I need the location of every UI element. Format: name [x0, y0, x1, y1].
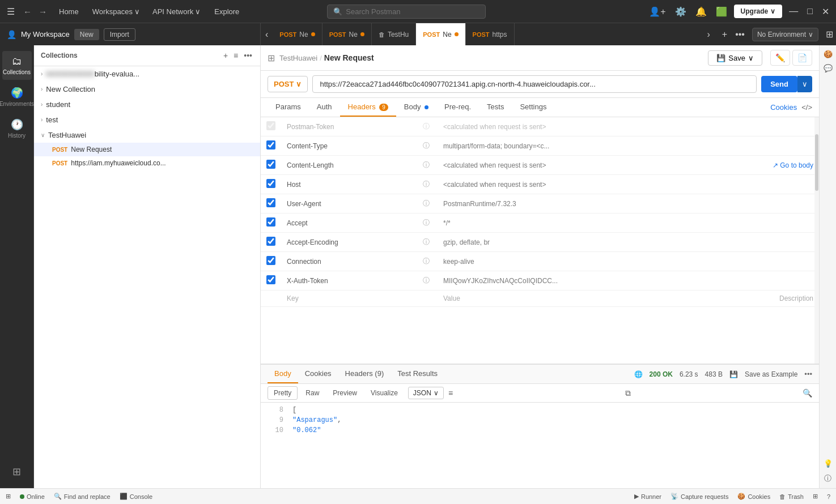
row-checkbox[interactable] — [266, 179, 275, 188]
settings-button[interactable]: ⚙️ — [673, 4, 689, 19]
tab-params[interactable]: Params — [268, 98, 309, 117]
row-checkbox[interactable] — [266, 198, 275, 207]
resp-tab-headers[interactable]: Headers (9) — [338, 365, 391, 383]
tab-post-ne-active[interactable]: POST Ne — [416, 23, 465, 45]
fmt-tab-raw[interactable]: Raw — [300, 387, 325, 399]
more-tabs-button[interactable]: ••• — [732, 28, 748, 41]
add-collaborator-button[interactable]: 👤+ — [647, 4, 668, 19]
row-checkbox[interactable] — [266, 121, 275, 130]
list-item[interactable]: ∨ TestHuawei — [34, 127, 260, 143]
info-icon[interactable]: ⓘ — [423, 142, 430, 150]
statusbar-question-item[interactable]: ? — [827, 493, 830, 500]
tab-prereq[interactable]: Pre-req. — [436, 98, 479, 117]
home-link[interactable]: Home — [53, 5, 84, 18]
menu-button[interactable]: ☰ — [5, 4, 17, 19]
tab-tests[interactable]: Tests — [479, 98, 512, 117]
row-checkbox[interactable] — [266, 217, 275, 227]
sidebar-item-new[interactable]: ⊞ — [2, 461, 32, 482]
resp-tab-body[interactable]: Body — [268, 365, 298, 383]
maximize-button[interactable]: □ — [805, 4, 815, 19]
right-cookies-button[interactable]: 🍪 — [824, 50, 833, 58]
sidebar-item-collections[interactable]: 🗂 Collections — [2, 51, 32, 80]
goto-body-link[interactable]: ↗ Go to body — [773, 161, 813, 169]
url-input[interactable] — [312, 75, 757, 93]
env-icon-button[interactable]: ⊞ — [823, 28, 836, 41]
send-dropdown-button[interactable]: ∨ — [797, 76, 812, 92]
tab-post-https[interactable]: POST https — [466, 23, 515, 45]
avatar-button[interactable]: 🟩 — [714, 4, 729, 19]
tab-auth[interactable]: Auth — [309, 98, 340, 117]
statusbar-layout-item[interactable]: ⊞ — [6, 493, 11, 500]
environment-select[interactable]: No Environment ∨ — [752, 28, 818, 41]
wrap-icon-button[interactable]: ≡ — [448, 388, 453, 398]
info-icon[interactable]: ⓘ — [423, 122, 430, 130]
method-select[interactable]: POST ∨ — [268, 76, 308, 92]
close-button[interactable]: ✕ — [820, 4, 831, 19]
save-example-link[interactable]: Save as Example — [745, 370, 797, 378]
row-checkbox[interactable] — [266, 256, 275, 265]
info-icon[interactable]: ⓘ — [423, 199, 430, 207]
request-item-new-request[interactable]: POST New Request — [34, 143, 260, 156]
statusbar-console-item[interactable]: ⬛ Console — [120, 493, 152, 500]
sidebar-item-history[interactable]: 🕐 History — [2, 114, 32, 143]
api-network-dropdown[interactable]: API Network ∨ — [148, 5, 205, 18]
format-select[interactable]: JSON ∨ — [408, 387, 444, 399]
tab-body[interactable]: Body — [396, 98, 436, 117]
workspaces-dropdown[interactable]: Workspaces ∨ — [88, 5, 145, 18]
search-response-button[interactable]: 🔍 — [803, 388, 812, 398]
upgrade-button[interactable]: Upgrade ∨ — [734, 5, 783, 18]
resp-tab-cookies[interactable]: Cookies — [298, 365, 338, 383]
row-checkbox[interactable] — [266, 140, 275, 150]
row-checkbox[interactable] — [266, 237, 275, 246]
new-button[interactable]: New — [74, 29, 99, 40]
info-icon[interactable]: ⓘ — [423, 161, 430, 169]
sidebar-item-environments[interactable]: 🌍 Environments — [2, 82, 32, 112]
copy-button[interactable]: ⧉ — [625, 388, 631, 398]
tabs-forward-button[interactable]: › — [702, 29, 714, 40]
tab-post-ne-2[interactable]: POST Ne — [322, 23, 372, 45]
row-checkbox[interactable] — [266, 275, 275, 284]
notifications-button[interactable]: 🔔 — [693, 4, 709, 19]
info-icon[interactable]: ⓘ — [423, 238, 430, 246]
more-collections-button[interactable]: ••• — [243, 50, 253, 61]
info-icon[interactable]: ⓘ — [423, 219, 430, 227]
tab-headers[interactable]: Headers 9 — [340, 98, 396, 117]
minimize-button[interactable]: — — [787, 4, 800, 19]
search-input[interactable] — [346, 7, 479, 16]
row-checkbox[interactable] — [266, 160, 275, 169]
statusbar-cookies-item[interactable]: 🍪 Cookies — [737, 493, 770, 500]
statusbar-grid-item[interactable]: ⊞ — [813, 493, 818, 500]
statusbar-capture-item[interactable]: 📡 Capture requests — [671, 493, 728, 500]
list-item[interactable]: › hXXXXXXXXXbility-evalua... — [34, 66, 260, 82]
sort-collections-button[interactable]: ≡ — [232, 50, 239, 61]
fmt-tab-pretty[interactable]: Pretty — [268, 386, 298, 400]
resp-tab-test-results[interactable]: Test Results — [391, 365, 444, 383]
cookies-link[interactable]: Cookies — [770, 103, 797, 112]
tab-post-ne-1[interactable]: POST Ne — [273, 23, 322, 45]
statusbar-find-replace-item[interactable]: 🔍 Find and replace — [54, 493, 111, 500]
scrollbar-thumb[interactable] — [815, 134, 818, 191]
edit-button[interactable]: ✏️ — [770, 50, 790, 66]
new-tab-button[interactable]: + — [719, 28, 730, 41]
info-icon[interactable]: ⓘ — [423, 180, 430, 188]
back-button[interactable]: ← — [20, 5, 35, 18]
info-icon[interactable]: ⓘ — [423, 276, 430, 284]
search-bar[interactable]: 🔍 — [327, 5, 486, 19]
doc-button[interactable]: 📄 — [792, 50, 812, 66]
tab-testhu[interactable]: 🗑 TestHu — [372, 23, 416, 45]
request-item-iam[interactable]: POST https://iam.myhuaweicloud.co... — [34, 156, 260, 170]
import-button[interactable]: Import — [104, 28, 135, 41]
tab-settings[interactable]: Settings — [512, 98, 554, 117]
list-item[interactable]: › student — [34, 97, 260, 112]
add-collection-button[interactable]: + — [222, 50, 229, 61]
vertical-scrollbar[interactable] — [814, 117, 819, 364]
send-button[interactable]: Send — [761, 76, 797, 92]
tabs-back-button[interactable]: ‹ — [261, 29, 273, 40]
fmt-tab-visualize[interactable]: Visualize — [365, 387, 404, 399]
list-item[interactable]: › New Collection — [34, 82, 260, 97]
save-button[interactable]: 💾 Save ∨ — [708, 50, 762, 66]
fmt-tab-preview[interactable]: Preview — [327, 387, 363, 399]
more-options-button[interactable]: ••• — [804, 370, 812, 378]
statusbar-online-item[interactable]: Online — [20, 493, 45, 500]
right-info-button[interactable]: ⓘ — [824, 473, 831, 484]
